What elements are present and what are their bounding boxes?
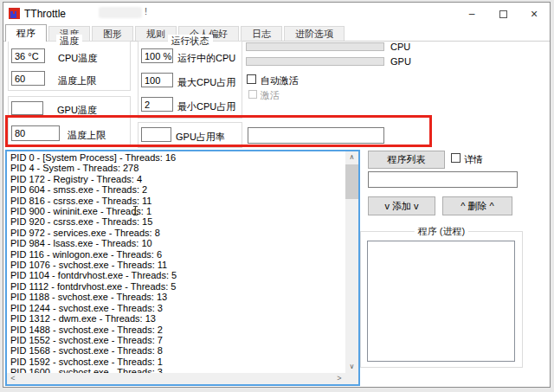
gpu-usage-input[interactable] — [141, 127, 171, 142]
process-list-item[interactable]: PID 1592 - svchost.exe - Threads: 1 — [10, 357, 345, 367]
watermark-mark: ! — [145, 6, 147, 16]
process-list-item[interactable]: PID 1552 - svchost.exe - Threads: 7 — [10, 335, 345, 345]
process-list-item[interactable]: PID 116 - winlogon.exe - Threads: 6 — [10, 249, 345, 260]
process-list-item[interactable]: PID 1244 - svchost.exe - Threads: 3 — [10, 303, 345, 313]
vertical-scrollbar[interactable]: ∧ ∨ — [345, 151, 358, 373]
tab[interactable]: 日志 — [241, 26, 282, 41]
cpu-temp-input[interactable] — [11, 48, 45, 63]
details-checkbox[interactable] — [451, 153, 461, 163]
temperature-group-title: 温度 — [56, 35, 82, 48]
redacted-watermark — [99, 7, 142, 18]
running-cpu-label: 运行中的CPU — [177, 52, 235, 65]
cpu-temp-limit-input[interactable] — [11, 71, 45, 86]
process-list-item[interactable]: PID 1488 - svchost.exe - Threads: 2 — [10, 325, 345, 335]
process-list-item[interactable]: PID 172 - Registry - Threads: 4 — [10, 174, 345, 184]
process-list-item[interactable]: PID 1104 - fontdrvhost.exe - Threads: 5 — [10, 270, 345, 280]
process-list-item[interactable]: PID 4 - System - Threads: 278 — [10, 163, 345, 173]
gpu-temp-limit-input[interactable] — [11, 125, 60, 141]
auto-activate-label: 自动激活 — [261, 74, 299, 87]
process-list-item[interactable]: PID 1568 - svchost.exe - Threads: 8 — [10, 345, 345, 356]
gpu-bar-label: GPU — [390, 56, 411, 67]
process-list-item[interactable]: PID 972 - services.exe - Threads: 8 — [10, 228, 345, 238]
process-list-item[interactable]: PID 816 - csrss.exe - Threads: 11 — [10, 196, 345, 206]
cpu-bar-label: CPU — [390, 42, 410, 52]
unlabeled-wide-input[interactable] — [248, 127, 384, 144]
vertical-scrollbar-thumb[interactable] — [345, 164, 358, 199]
running-cpu-input[interactable] — [141, 48, 173, 63]
process-list-item[interactable]: PID 1600 - svchost.exe - Threads: 3 — [10, 367, 345, 373]
maximize-button[interactable] — [487, 3, 519, 25]
process-listbox[interactable]: PID 0 - [System Process] - Threads: 16PI… — [5, 150, 360, 386]
app-window: TThrottle ! – × 程序温度图形规则个人偏好日志进阶选项 温度 CP… — [3, 2, 551, 388]
window-controls: – × — [456, 3, 550, 25]
process-group-title: 程序 (进程) — [415, 225, 468, 238]
process-list-item[interactable]: PID 984 - lsass.exe - Threads: 10 — [10, 238, 345, 248]
tab[interactable]: 程序 — [5, 24, 47, 42]
details-label: 详情 — [464, 153, 483, 166]
min-cpu-input[interactable] — [141, 97, 173, 112]
close-icon: × — [531, 7, 538, 21]
selected-process-listbox[interactable] — [367, 241, 515, 362]
gpu-usage-label: GPU占用率 — [176, 131, 225, 144]
process-list-item[interactable]: PID 1188 - svchost.exe - Threads: 13 — [10, 292, 345, 302]
tab-strip: 程序温度图形规则个人偏好日志进阶选项 — [3, 25, 550, 42]
gpu-progress-bar — [246, 57, 384, 66]
window-title: TThrottle — [24, 8, 66, 20]
process-list-item[interactable]: PID 1112 - fontdrvhost.exe - Threads: 5 — [10, 281, 345, 292]
minimize-icon: – — [469, 8, 475, 20]
scroll-left-icon[interactable]: < — [7, 373, 19, 384]
program-search-input[interactable] — [368, 171, 518, 188]
add-button[interactable]: v 添加 v — [368, 196, 435, 215]
process-list: PID 0 - [System Process] - Threads: 16PI… — [7, 151, 345, 373]
max-cpu-label: 最大CPU占用 — [177, 76, 235, 89]
title-bar: TThrottle ! – × — [3, 3, 550, 25]
process-group: 程序 (进程) — [360, 231, 523, 368]
process-list-item[interactable]: PID 1312 - dwm.exe - Threads: 13 — [10, 313, 345, 324]
app-icon — [9, 8, 20, 19]
gpu-temp-limit-label: 温度上限 — [68, 129, 106, 142]
process-list-item[interactable]: PID 1076 - svchost.exe - Threads: 11 — [10, 260, 345, 270]
process-list-item[interactable]: PID 604 - smss.exe - Threads: 2 — [10, 184, 345, 195]
scroll-down-icon[interactable]: ∨ — [345, 361, 358, 373]
process-list-item[interactable]: PID 920 - csrss.exe - Threads: 15 — [10, 216, 345, 227]
process-list-item[interactable]: PID 0 - [System Process] - Threads: 16 — [10, 152, 345, 163]
cpu-temp-limit-label: 温度上限 — [58, 74, 96, 87]
remove-button[interactable]: ^ 删除 ^ — [442, 196, 512, 215]
maximize-icon — [499, 10, 507, 18]
scroll-up-icon[interactable]: ∧ — [345, 151, 358, 164]
program-list-button[interactable]: 程序列表 — [368, 151, 445, 169]
process-list-item[interactable]: PID 900 - wininit.exe - Threads: 1 — [10, 206, 345, 216]
scroll-right-icon[interactable]: > — [333, 373, 345, 384]
minimize-button[interactable]: – — [456, 3, 487, 25]
activate-checkbox[interactable] — [248, 90, 257, 99]
max-cpu-input[interactable] — [141, 73, 173, 87]
min-cpu-label: 最小CPU占用 — [177, 100, 235, 113]
activate-label: 激活 — [261, 89, 280, 102]
horizontal-scrollbar[interactable]: < > — [7, 373, 345, 384]
tab[interactable]: 图形 — [92, 26, 133, 41]
tab[interactable]: 进阶选项 — [284, 26, 345, 41]
text-cursor — [133, 206, 138, 215]
run-state-group-title: 运行状态 — [168, 35, 213, 48]
gpu-temp-input[interactable] — [11, 101, 43, 115]
close-button[interactable]: × — [519, 3, 550, 25]
scrollbar-corner — [345, 373, 358, 384]
gpu-temp-label: GPU温度 — [57, 104, 97, 117]
auto-activate-checkbox[interactable] — [247, 74, 256, 84]
cpu-temp-label: CPU温度 — [58, 52, 97, 65]
cpu-progress-bar — [246, 42, 384, 51]
